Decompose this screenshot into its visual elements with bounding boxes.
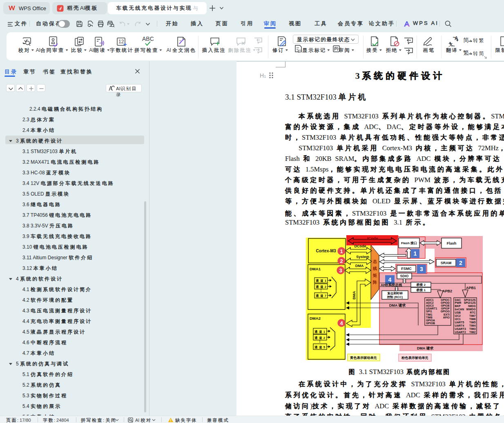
svg-text:矩: 矩 [372, 273, 377, 278]
svg-text:桥接 1: 桥接 1 [416, 288, 426, 292]
svg-text:ADC1: ADC1 [426, 298, 434, 301]
svg-text:通道2: 通道2 [315, 285, 326, 289]
svg-text:复位和时钟: 复位和时钟 [387, 292, 403, 295]
svg-text:2: 2 [340, 258, 343, 264]
svg-text:PWR: PWR [455, 301, 462, 304]
svg-text:4: 4 [340, 320, 343, 326]
svg-text:TIM5: TIM5 [469, 321, 476, 324]
svg-text:DMA2: DMA2 [310, 316, 321, 321]
svg-text:3: 3 [420, 266, 423, 272]
svg-text:USART2: USART2 [455, 331, 466, 334]
svg-text:线: 线 [372, 266, 377, 271]
svg-text:SRAM: SRAM [441, 261, 452, 265]
svg-text:总: 总 [372, 259, 377, 264]
svg-text:通道5: 通道5 [314, 345, 325, 349]
svg-text:USB: USB [455, 311, 461, 314]
svg-text:1: 1 [414, 250, 417, 257]
svg-text:GPIOF: GPIOF [441, 307, 450, 310]
svg-text:DAC: DAC [455, 298, 461, 301]
svg-text:Flash: Flash [447, 241, 457, 245]
svg-text:TIM8: TIM8 [426, 316, 433, 319]
svg-text:粉色表示被动单元: 粉色表示被动单元 [401, 356, 428, 360]
svg-text:GPIOC: GPIOC [441, 298, 450, 301]
svg-text:WWDG: WWDG [466, 308, 475, 311]
svg-text:GPIOB: GPIOB [426, 322, 435, 325]
svg-text:System: System [356, 255, 369, 259]
svg-text:Cortex-M3: Cortex-M3 [316, 249, 336, 253]
svg-text:APB2: APB2 [442, 289, 452, 293]
svg-text:ADC2: ADC2 [426, 301, 434, 304]
svg-text:TIM6: TIM6 [469, 318, 476, 321]
svg-text:通道1: 通道1 [314, 330, 325, 334]
svg-text:通道7: 通道7 [315, 294, 326, 298]
svg-text:AFIO: AFIO [443, 316, 450, 319]
svg-text:GPIOE: GPIOE [441, 304, 450, 307]
svg-text:GPIOD: GPIOD [441, 301, 450, 304]
svg-text:DMA: DMA [355, 264, 364, 268]
svg-text:FSMC: FSMC [401, 267, 412, 271]
svg-text:TIM2: TIM2 [469, 331, 476, 334]
svg-text:TIM4: TIM4 [469, 324, 476, 327]
svg-text:DMA 请求: DMA 请求 [417, 346, 434, 350]
svg-text:Flash 接口: Flash 接口 [401, 241, 417, 245]
svg-text:SDIO: SDIO [400, 274, 409, 278]
svg-text:I2C2: I2C2 [455, 314, 461, 317]
svg-text:I2C1: I2C1 [455, 318, 461, 321]
svg-text:4: 4 [388, 276, 392, 283]
svg-text:2: 2 [459, 260, 462, 266]
svg-text:控制 (RCC): 控制 (RCC) [387, 295, 403, 299]
svg-text:阵: 阵 [373, 280, 377, 285]
svg-text:SPI2/12S: SPI2/12S [464, 301, 476, 304]
svg-text:EXTI: EXTI [444, 313, 450, 316]
svg-text:USART3: USART3 [455, 327, 466, 330]
svg-text:ICode: ICode [367, 236, 378, 240]
svg-text:3: 3 [339, 267, 342, 274]
svg-text:BKP: BKP [455, 305, 461, 307]
svg-text:GPIOA: GPIOA [426, 319, 435, 322]
svg-text:ABC: ABC [142, 36, 154, 42]
svg-text:DMA 请求: DMA 请求 [389, 303, 406, 307]
svg-text:TIM3: TIM3 [469, 327, 476, 330]
svg-text:APB1: APB1 [466, 286, 476, 290]
svg-text:SPI1: SPI1 [426, 310, 432, 313]
svg-text:ADC3: ADC3 [426, 304, 434, 307]
svg-text:DCode: DCode [355, 244, 366, 248]
svg-text:AHB系统总线: AHB系统总线 [381, 283, 402, 287]
svg-text:12: 12 [118, 39, 124, 45]
svg-text:DMA: DMA [352, 291, 356, 299]
svg-text:TIM1: TIM1 [426, 313, 433, 316]
svg-text:RTC: RTC [470, 311, 476, 314]
svg-text:USART1: USART1 [426, 307, 437, 310]
svg-text:UART5: UART5 [455, 321, 464, 324]
svg-text:DMA1: DMA1 [310, 267, 321, 271]
svg-text:通道1: 通道1 [315, 279, 326, 283]
svg-text:GPIOG: GPIOG [441, 310, 450, 313]
svg-text:UART4: UART4 [455, 324, 464, 327]
svg-text:TIM7: TIM7 [469, 314, 476, 317]
svg-text:1: 1 [340, 248, 343, 254]
svg-text:bxCAN: bxCAN [455, 308, 464, 311]
svg-text:IWDG: IWDG [468, 305, 476, 307]
svg-text:SPI3/12S: SPI3/12S [464, 298, 476, 301]
svg-text:黄色表示驱动单元: 黄色表示驱动单元 [350, 356, 377, 360]
svg-text:通道2: 通道2 [314, 336, 325, 340]
svg-text:桥接 2: 桥接 2 [416, 283, 426, 287]
